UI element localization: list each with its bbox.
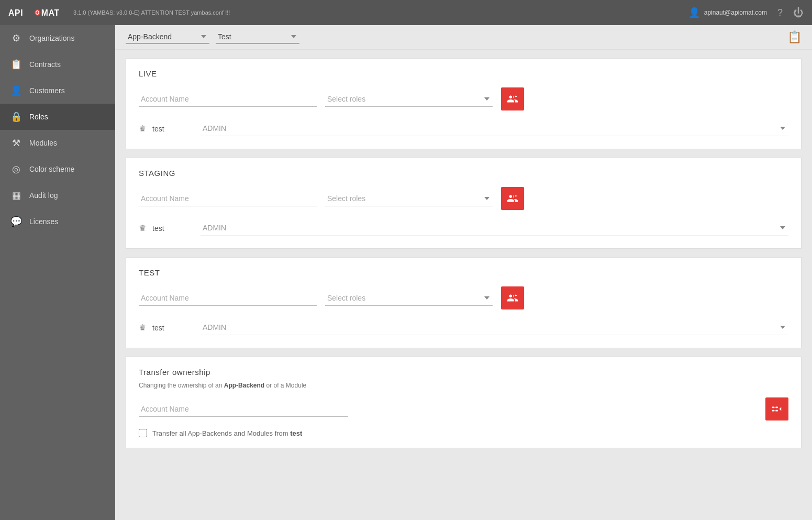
staging-assign-row: Select roles ADMIN USER — [139, 187, 788, 210]
sidebar-item-contracts[interactable]: 📋 Contracts — [0, 51, 115, 78]
test-member-role-select[interactable]: ADMIN USER — [201, 320, 788, 335]
topbar-right: 👤 apinaut@apiomat.com ? ⏻ — [688, 7, 804, 19]
sidebar-label-audit-log: Audit log — [29, 191, 58, 200]
svg-rect-6 — [516, 95, 516, 97]
live-member-row: ♛ test ADMIN USER — [139, 119, 788, 138]
sidebar-item-roles[interactable]: 🔒 Roles — [0, 104, 115, 130]
staging-role-select[interactable]: Select roles ADMIN USER — [325, 191, 493, 206]
help-icon[interactable]: ? — [777, 7, 783, 18]
test-assign-row: Select roles ADMIN USER — [139, 286, 788, 309]
sidebar: ⚙ Organizations 📋 Contracts 👤 Customers … — [0, 25, 115, 520]
sidebar-item-organizations[interactable]: ⚙ Organizations — [0, 25, 115, 51]
test-role-wrap: Select roles ADMIN USER — [325, 291, 493, 306]
live-member-role-select[interactable]: ADMIN USER — [201, 121, 788, 136]
live-assign-row: Select roles ADMIN USER — [139, 87, 788, 110]
transfer-all-checkbox[interactable] — [139, 429, 147, 437]
staging-member-name: test — [152, 224, 194, 233]
color-scheme-icon: ◎ — [10, 163, 22, 175]
live-role-wrap: Select roles ADMIN USER — [325, 92, 493, 107]
version-text: 3.1.0 (YAMBAS: v3.0.0-E) ATTENTION TEST … — [73, 9, 688, 16]
transfer-app-backend-text: App-Backend — [224, 382, 264, 389]
test-title: TEST — [139, 268, 788, 277]
transfer-checkbox-label: Transfer all App-Backends and Modules fr… — [152, 429, 302, 437]
transfer-username: test — [290, 429, 302, 437]
topbar: API O MAT 3.1.0 (YAMBAS: v3.0.0-E) ATTEN… — [0, 0, 812, 25]
live-section: LIVE Select roles ADMIN USER — [126, 58, 802, 149]
transfer-checkbox-row: Transfer all App-Backends and Modules fr… — [139, 429, 788, 437]
sidebar-label-modules: Modules — [29, 139, 57, 147]
test-member-name: test — [152, 324, 194, 332]
document-icon[interactable]: 📋 — [787, 30, 802, 44]
test-crown-icon: ♛ — [139, 323, 146, 333]
transfer-section: Transfer ownership Changing the ownershi… — [126, 357, 802, 448]
staging-member-role-select[interactable]: ADMIN USER — [201, 220, 788, 236]
staging-add-button[interactable] — [501, 187, 524, 210]
power-icon[interactable]: ⏻ — [793, 7, 804, 19]
staging-title: STAGING — [139, 169, 788, 178]
test-role-select[interactable]: Select roles ADMIN USER — [325, 291, 493, 306]
svg-rect-14 — [772, 410, 775, 412]
svg-rect-15 — [775, 406, 778, 408]
staging-role-wrap: Select roles ADMIN USER — [325, 191, 493, 206]
licenses-icon: 💬 — [10, 216, 22, 227]
svg-rect-9 — [516, 195, 516, 197]
live-account-input[interactable] — [139, 92, 317, 107]
sidebar-item-customers[interactable]: 👤 Customers — [0, 78, 115, 104]
test-account-input[interactable] — [139, 291, 317, 306]
test-add-button[interactable] — [501, 286, 524, 309]
roles-icon: 🔒 — [10, 111, 22, 123]
sidebar-label-licenses: Licenses — [29, 217, 58, 226]
transfer-title: Transfer ownership — [139, 368, 788, 377]
user-icon: 👤 — [688, 7, 700, 18]
svg-rect-13 — [772, 406, 775, 408]
audit-log-icon: ▦ — [10, 190, 22, 201]
live-role-select[interactable]: Select roles ADMIN USER — [325, 92, 493, 107]
user-info: 👤 apinaut@apiomat.com — [688, 7, 767, 18]
live-title: LIVE — [139, 69, 788, 78]
sidebar-label-organizations: Organizations — [29, 34, 74, 42]
organizations-icon: ⚙ — [10, 32, 22, 44]
staging-account-input[interactable] — [139, 191, 317, 206]
sidebar-label-roles: Roles — [29, 113, 48, 121]
sidebar-item-licenses[interactable]: 💬 Licenses — [0, 208, 115, 235]
sidebar-item-color-scheme[interactable]: ◎ Color scheme — [0, 156, 115, 182]
environment-dropdown[interactable]: Test Live Staging — [216, 30, 299, 44]
live-member-name: test — [152, 125, 194, 133]
transfer-description: Changing the ownership of an App-Backend… — [139, 382, 788, 389]
modules-icon: ⚒ — [10, 137, 22, 149]
svg-text:O: O — [35, 10, 39, 16]
staging-section: STAGING Select roles ADMIN USER — [126, 158, 802, 249]
layout: ⚙ Organizations 📋 Contracts 👤 Customers … — [0, 25, 812, 520]
sidebar-label-color-scheme: Color scheme — [29, 165, 74, 173]
svg-rect-16 — [775, 410, 778, 412]
staging-member-row: ♛ test ADMIN USER — [139, 218, 788, 238]
user-email: apinaut@apiomat.com — [704, 9, 767, 16]
live-add-button[interactable] — [501, 87, 524, 110]
customers-icon: 👤 — [10, 85, 22, 96]
live-crown-icon: ♛ — [139, 124, 146, 134]
test-section: TEST Select roles ADMIN USER — [126, 257, 802, 348]
sidebar-item-audit-log[interactable]: ▦ Audit log — [0, 182, 115, 208]
contracts-icon: 📋 — [10, 59, 22, 70]
svg-text:API: API — [8, 8, 23, 17]
staging-crown-icon: ♛ — [139, 223, 146, 233]
sidebar-label-customers: Customers — [29, 86, 65, 95]
sidebar-label-contracts: Contracts — [29, 60, 61, 69]
sidebar-item-modules[interactable]: ⚒ Modules — [0, 130, 115, 156]
svg-rect-12 — [516, 294, 516, 296]
sub-header: App-Backend Test Live Staging 📋 — [115, 25, 812, 50]
main-area: App-Backend Test Live Staging 📋 LIVE Sel… — [115, 25, 812, 520]
content-area: LIVE Select roles ADMIN USER — [115, 50, 812, 520]
transfer-button[interactable] — [765, 397, 788, 421]
transfer-account-input[interactable] — [139, 402, 348, 417]
transfer-assign-row — [139, 397, 788, 421]
backend-dropdown[interactable]: App-Backend — [126, 30, 209, 44]
test-member-row: ♛ test ADMIN USER — [139, 318, 788, 337]
logo: API O MAT — [8, 5, 61, 20]
svg-text:MAT: MAT — [41, 8, 60, 17]
